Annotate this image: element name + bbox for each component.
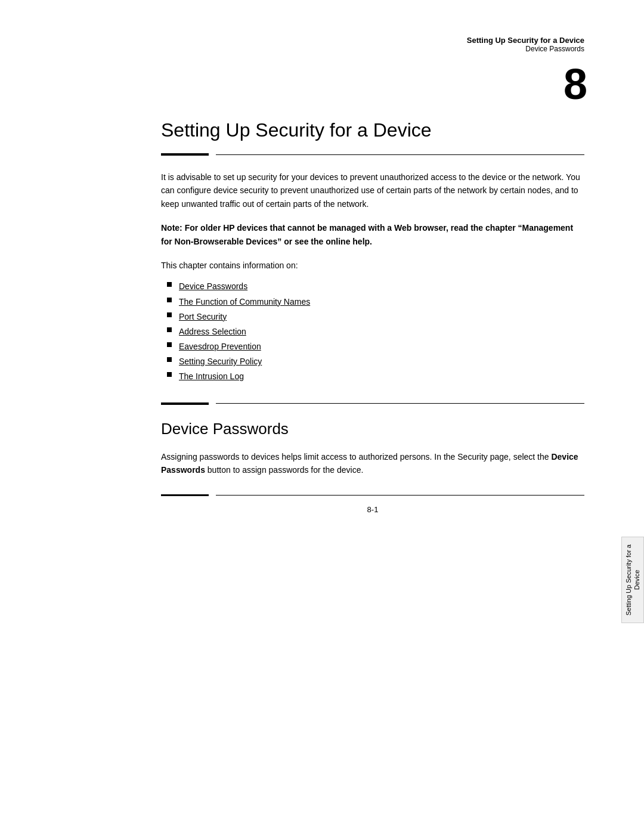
bottom-rule bbox=[161, 494, 584, 496]
bold-note: Note: For older HP devices that cannot b… bbox=[161, 221, 584, 248]
side-tab-text: Setting Up Security for aDevice bbox=[624, 544, 642, 615]
main-content: Setting Up Security for a Device It is a… bbox=[161, 0, 584, 514]
intro-paragraph: It is advisable to set up security for y… bbox=[161, 171, 584, 210]
section-body-text: Assigning passwords to devices helps lim… bbox=[161, 450, 584, 477]
chapter-title: Setting Up Security for a Device bbox=[161, 119, 584, 141]
bullet-text-6: The Intrusion Log bbox=[179, 369, 244, 384]
page-number: 8-1 bbox=[161, 505, 584, 514]
side-tab: Setting Up Security for aDevice bbox=[621, 537, 644, 623]
bullet-item-5[interactable]: Setting Security Policy bbox=[167, 354, 584, 369]
bottom-rule-thin bbox=[216, 495, 584, 496]
rule-thin-2 bbox=[216, 403, 584, 404]
header-title: Setting Up Security for a Device bbox=[467, 36, 584, 45]
page-header: Setting Up Security for a Device Device … bbox=[467, 36, 584, 53]
section-title-device-passwords: Device Passwords bbox=[161, 420, 584, 438]
bullet-text-3: Address Selection bbox=[179, 324, 246, 339]
bullet-icon-5 bbox=[167, 357, 172, 362]
bullet-item-6[interactable]: The Intrusion Log bbox=[167, 369, 584, 384]
bullet-item-0[interactable]: Device Passwords bbox=[167, 279, 584, 294]
chapter-number: 8 bbox=[564, 60, 587, 109]
rule-divider-2 bbox=[161, 402, 584, 405]
bullet-text-2: Port Security bbox=[179, 309, 227, 324]
bullet-icon-6 bbox=[167, 372, 172, 377]
bullet-item-1[interactable]: The Function of Community Names bbox=[167, 295, 584, 309]
bullet-item-2[interactable]: Port Security bbox=[167, 309, 584, 324]
rule-thick-1 bbox=[161, 153, 209, 156]
section-device-passwords: Device Passwords Assigning passwords to … bbox=[161, 420, 584, 477]
bullet-text-4: Eavesdrop Prevention bbox=[179, 339, 261, 354]
bullet-icon-2 bbox=[167, 312, 172, 317]
page-container: Setting Up Security for a Device Device … bbox=[0, 0, 644, 833]
rule-thin-1 bbox=[216, 154, 584, 155]
bullet-item-3[interactable]: Address Selection bbox=[167, 324, 584, 339]
header-subtitle: Device Passwords bbox=[467, 45, 584, 53]
bullet-icon-3 bbox=[167, 327, 172, 332]
bullet-icon-1 bbox=[167, 298, 172, 302]
bullet-text-0: Device Passwords bbox=[179, 279, 247, 294]
section-text-after: button to assign passwords for the devic… bbox=[205, 465, 363, 475]
bottom-rule-thick bbox=[161, 494, 209, 496]
chapter-contains-label: This chapter contains information on: bbox=[161, 259, 584, 272]
bullet-text-1: The Function of Community Names bbox=[179, 295, 310, 309]
bullet-list: Device PasswordsThe Function of Communit… bbox=[161, 279, 584, 384]
bullet-icon-0 bbox=[167, 282, 172, 287]
rule-thick-2 bbox=[161, 402, 209, 405]
bullet-text-5: Setting Security Policy bbox=[179, 354, 262, 369]
rule-divider-1 bbox=[161, 153, 584, 156]
bullet-item-4[interactable]: Eavesdrop Prevention bbox=[167, 339, 584, 354]
section-text-before: Assigning passwords to devices helps lim… bbox=[161, 452, 551, 462]
bullet-icon-4 bbox=[167, 342, 172, 347]
